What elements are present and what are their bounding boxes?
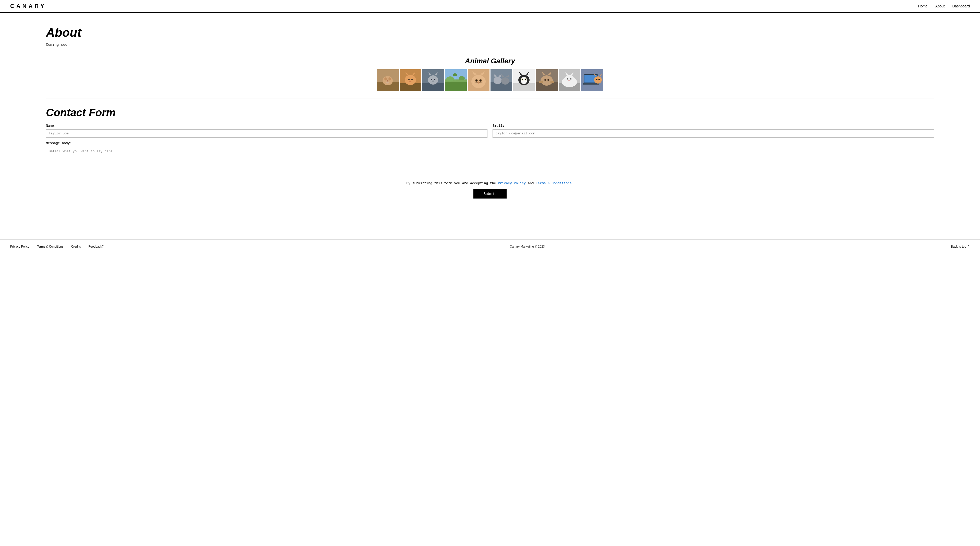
footer-credits[interactable]: Credits [71, 245, 81, 248]
svg-point-14 [409, 81, 411, 82]
gallery-image-2[interactable] [400, 69, 422, 91]
gallery-image-9[interactable] [558, 69, 580, 91]
message-label: Message body: [46, 141, 934, 145]
svg-point-20 [431, 79, 432, 80]
form-group-name: Name: [46, 124, 487, 138]
gallery-image-4[interactable] [445, 69, 467, 91]
footer-terms[interactable]: Terms & Conditions [37, 245, 64, 248]
navbar: CANARY Home About Dashboard [0, 0, 980, 13]
svg-point-46 [501, 77, 509, 85]
name-input[interactable] [46, 129, 487, 138]
about-section: About Coming soon [46, 26, 934, 47]
footer-privacy-policy[interactable]: Privacy Policy [10, 245, 29, 248]
svg-rect-80 [583, 83, 599, 85]
gallery-image-5[interactable] [468, 69, 490, 91]
submit-button[interactable]: Submit [473, 189, 507, 198]
gallery-image-6[interactable] [490, 69, 512, 91]
navbar-logo: CANARY [10, 3, 46, 10]
footer-right: Back to top ⌃ [951, 245, 970, 248]
gallery-title: Animal Gallery [46, 57, 934, 65]
contact-form: Name: Email: Message body: By submitting… [46, 124, 934, 198]
email-input[interactable] [493, 129, 934, 138]
about-title: About [46, 26, 934, 40]
svg-point-12 [408, 79, 410, 80]
svg-point-6 [386, 81, 389, 83]
svg-point-66 [544, 79, 546, 81]
email-label: Email: [493, 124, 934, 128]
footer-left: Privacy Policy Terms & Conditions Credit… [10, 245, 103, 248]
nav-about[interactable]: About [935, 4, 945, 8]
svg-point-81 [594, 77, 602, 83]
svg-point-13 [411, 79, 413, 80]
svg-rect-42 [490, 82, 512, 91]
form-row-name-email: Name: Email: [46, 124, 934, 138]
svg-point-37 [480, 80, 481, 81]
gallery-image-8[interactable] [536, 69, 558, 91]
svg-point-3 [384, 77, 387, 80]
footer-copyright: Canary Marketing © 2023 [510, 245, 545, 248]
svg-point-67 [547, 79, 549, 81]
svg-point-17 [428, 75, 438, 85]
svg-point-26 [446, 77, 454, 81]
gallery-images [46, 69, 934, 91]
svg-point-57 [522, 79, 523, 80]
svg-point-61 [541, 75, 553, 86]
gallery-image-7[interactable] [513, 69, 535, 91]
svg-point-63 [550, 81, 554, 83]
submit-button-container: Submit [46, 189, 934, 198]
svg-point-52 [521, 77, 527, 84]
privacy-policy-link[interactable]: Privacy Policy [498, 181, 526, 185]
gallery-image-10[interactable] [581, 69, 603, 91]
svg-point-21 [434, 79, 435, 80]
svg-point-22 [432, 80, 434, 82]
chevron-up-icon: ⌃ [967, 245, 970, 248]
nav-home[interactable]: Home [918, 4, 928, 8]
svg-point-84 [596, 79, 597, 80]
footer-feedback[interactable]: Feedback? [89, 245, 103, 248]
svg-point-27 [458, 76, 465, 80]
back-to-top-link[interactable]: Back to top ⌃ [951, 245, 970, 248]
svg-point-85 [598, 79, 600, 80]
navbar-links: Home About Dashboard [918, 4, 970, 8]
svg-point-43 [493, 77, 502, 84]
gallery-image-3[interactable] [422, 69, 444, 91]
name-label: Name: [46, 124, 487, 128]
form-disclaimer: By submitting this form you are acceptin… [46, 181, 934, 185]
svg-point-74 [567, 78, 569, 80]
footer: Privacy Policy Terms & Conditions Credit… [0, 239, 980, 254]
contact-title: Contact Form [46, 107, 934, 119]
svg-point-76 [568, 80, 570, 81]
svg-point-71 [565, 75, 574, 83]
form-group-email: Email: [493, 124, 934, 138]
svg-point-75 [570, 78, 572, 80]
terms-link[interactable]: Terms & Conditions [536, 181, 571, 185]
contact-section: Contact Form Name: Email: Message body: … [46, 107, 934, 198]
svg-point-29 [453, 73, 457, 77]
svg-point-62 [539, 81, 543, 83]
svg-point-58 [525, 79, 526, 80]
svg-point-36 [476, 80, 477, 81]
svg-rect-24 [445, 81, 467, 91]
svg-point-4 [388, 77, 391, 80]
gallery-image-1[interactable] [377, 69, 399, 91]
form-group-message: Message body: [46, 141, 934, 177]
about-subtitle: Coming soon [46, 43, 934, 47]
message-textarea[interactable] [46, 147, 934, 177]
svg-point-9 [405, 75, 416, 85]
gallery-section: Animal Gallery [46, 57, 934, 91]
main-content: About Coming soon Animal Gallery [0, 13, 980, 209]
back-to-top-label: Back to top [951, 245, 966, 248]
section-divider [46, 99, 934, 99]
nav-dashboard[interactable]: Dashboard [953, 4, 970, 8]
